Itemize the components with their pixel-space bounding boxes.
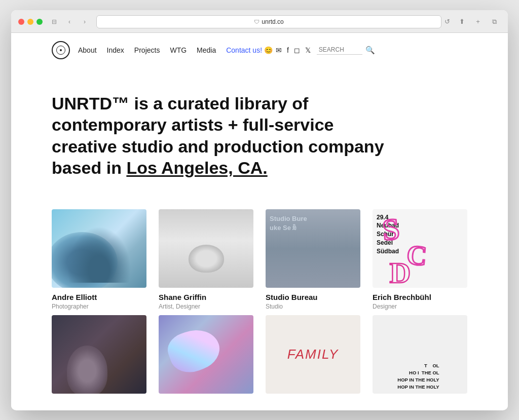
artist-role-studio: Studio <box>266 303 360 310</box>
logo[interactable] <box>52 41 70 59</box>
close-button[interactable] <box>18 19 24 25</box>
nav-media[interactable]: Media <box>197 46 216 54</box>
artist-card-face[interactable] <box>52 315 146 399</box>
page-content: About Index Projects WTG Media Contact u… <box>11 33 508 409</box>
hero-heading: UNRTD™ is a curated library of contempor… <box>52 93 396 179</box>
artist-card-chrome[interactable] <box>159 315 253 399</box>
erich-thumb-content: 29.4NeubadSchürSedelSüdbad S C D <box>373 209 467 288</box>
artist-name-erich: Erich Brechbühl <box>373 293 467 301</box>
artist-name-studio: Studio Bureau <box>266 293 360 301</box>
artist-thumb-shane <box>159 209 253 288</box>
artist-thumb-studio <box>266 209 360 288</box>
artist-thumb-chrome <box>159 315 253 394</box>
browser-chrome: ⊟ ‹ › 🛡 unrtd.co ↺ ⬆ + ⧉ <box>11 10 508 33</box>
email-icon[interactable]: ✉ <box>276 46 282 54</box>
artist-card-erich[interactable]: 29.4NeubadSchürSedelSüdbad S C D Erich B… <box>373 209 467 310</box>
minimize-button[interactable] <box>27 19 33 25</box>
artist-grid-row1: Andre Elliott Photographer Shane Griffin… <box>11 199 508 320</box>
nav-wtg[interactable]: WTG <box>170 46 187 54</box>
twitter-icon[interactable]: 𝕏 <box>305 46 311 54</box>
navbar: About Index Projects WTG Media Contact u… <box>11 33 508 67</box>
nav-contact[interactable]: Contact us! 😊 <box>226 46 273 54</box>
url-display: unrtd.co <box>262 18 283 25</box>
share-button[interactable]: ⬆ <box>455 17 468 27</box>
artist-thumb-andre <box>52 209 146 288</box>
search-input[interactable] <box>317 45 362 55</box>
artist-card-holy[interactable]: T OL HO I THE OL HOP IN THE HOLY HOP IN … <box>373 315 467 399</box>
artist-card-shane[interactable]: Shane Griffin Artist, Designer <box>159 209 253 310</box>
nav-projects[interactable]: Projects <box>134 46 160 54</box>
nav-about[interactable]: About <box>78 46 97 54</box>
address-bar-area: 🛡 unrtd.co ↺ <box>96 15 450 28</box>
browser-actions: ⬆ + ⧉ <box>455 17 501 27</box>
svg-text:D: D <box>390 256 411 288</box>
artist-role-shane: Artist, Designer <box>159 303 253 310</box>
artist-thumb-holy: T OL HO I THE OL HOP IN THE HOLY HOP IN … <box>373 315 467 394</box>
browser-controls: ⊟ ‹ › <box>48 17 91 27</box>
artist-card-studio[interactable]: Studio Bureau Studio <box>266 209 360 310</box>
new-tab-button[interactable]: + <box>471 17 485 27</box>
artist-thumb-erich: 29.4NeubadSchürSedelSüdbad S C D <box>373 209 467 288</box>
search-icon[interactable]: 🔍 <box>365 46 375 55</box>
nav-search: 🔍 <box>317 45 375 55</box>
artist-grid-row2: T OL HO I THE OL HOP IN THE HOLY HOP IN … <box>11 315 508 409</box>
erich-pink-svg: S C D <box>373 209 467 288</box>
browser-window: ⊟ ‹ › 🛡 unrtd.co ↺ ⬆ + ⧉ Abo <box>11 10 508 410</box>
facebook-icon[interactable]: f <box>287 46 289 54</box>
artist-thumb-face <box>52 315 146 394</box>
nav-links: About Index Projects WTG Media Contact u… <box>78 46 273 55</box>
reload-button[interactable]: ↺ <box>444 18 450 25</box>
artist-role-andre: Photographer <box>52 303 146 310</box>
holy-text-content: T OL HO I THE OL HOP IN THE HOLY HOP IN … <box>397 362 442 391</box>
logo-inner <box>56 46 65 55</box>
traffic-lights <box>18 19 43 25</box>
nav-index[interactable]: Index <box>107 46 124 54</box>
instagram-icon[interactable]: ◻ <box>294 46 300 54</box>
artist-name-shane: Shane Griffin <box>159 293 253 301</box>
artist-card-family[interactable] <box>266 315 360 399</box>
logo-dot <box>60 49 62 51</box>
maximize-button[interactable] <box>36 19 43 25</box>
security-icon: 🛡 <box>254 19 260 25</box>
artist-card-andre[interactable]: Andre Elliott Photographer <box>52 209 146 310</box>
hero-section: UNRTD™ is a curated library of contempor… <box>11 67 508 199</box>
artist-role-erich: Designer <box>373 303 467 310</box>
nav-social: ✉ f ◻ 𝕏 <box>276 46 311 54</box>
sidebar-toggle[interactable]: ⊟ <box>48 17 61 27</box>
hero-text-location: Los Angeles, CA. <box>126 158 267 177</box>
forward-button[interactable]: › <box>78 17 91 27</box>
tabs-button[interactable]: ⧉ <box>488 17 501 27</box>
back-button[interactable]: ‹ <box>63 17 76 27</box>
artist-name-andre: Andre Elliott <box>52 293 146 301</box>
address-bar[interactable]: 🛡 unrtd.co <box>96 15 441 28</box>
svg-text:S: S <box>381 212 401 247</box>
artist-thumb-family <box>266 315 360 394</box>
